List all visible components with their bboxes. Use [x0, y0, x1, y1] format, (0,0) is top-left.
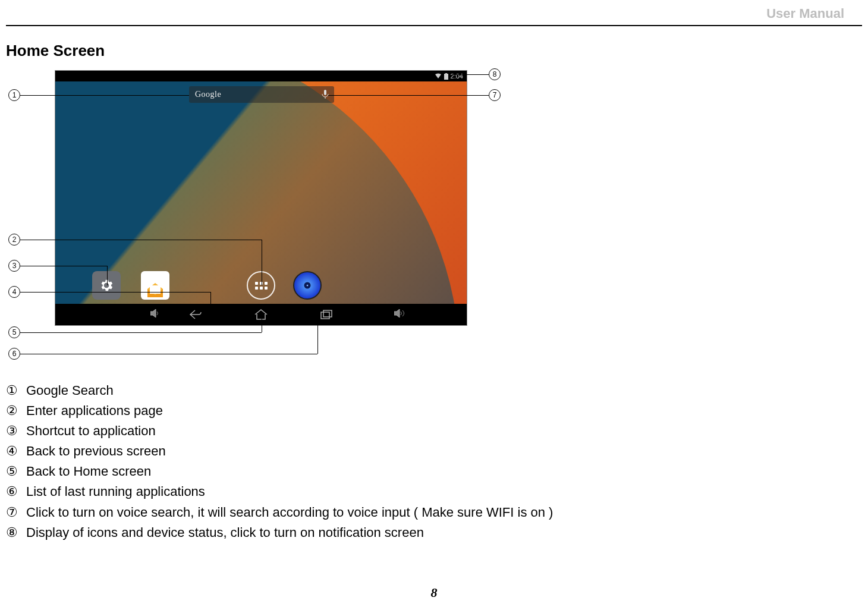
back-button[interactable] — [185, 309, 206, 320]
svg-rect-0 — [444, 74, 448, 80]
status-bar[interactable]: 2:04 — [55, 71, 467, 81]
recent-apps-button[interactable] — [316, 310, 337, 319]
all-apps-button[interactable] — [247, 271, 275, 300]
leader-line — [107, 266, 108, 285]
svg-rect-2 — [324, 90, 326, 95]
callout-7: 7 — [489, 89, 501, 101]
legend-item: ①Google Search — [6, 381, 553, 401]
legend-item: ⑤Back to Home screen — [6, 461, 553, 482]
leader-line — [262, 240, 262, 285]
voice-search-icon[interactable] — [316, 90, 334, 99]
volume-up-icon[interactable] — [394, 309, 407, 320]
leader-line — [20, 266, 107, 266]
header-label: User Manual — [766, 6, 844, 21]
legend-item: ③Shortcut to application — [6, 421, 553, 441]
callout-8: 8 — [489, 68, 501, 80]
legend-item: ⑧Display of icons and device status, cli… — [6, 523, 553, 543]
leader-line — [20, 332, 262, 333]
page-number: 8 — [0, 585, 868, 600]
callout-2: 2 — [8, 234, 20, 246]
leader-line — [20, 240, 262, 240]
leader-line — [452, 74, 489, 75]
google-logo-text: Google — [189, 90, 221, 99]
legend-list: ①Google Search ②Enter applications page … — [6, 381, 553, 543]
svg-rect-10 — [321, 312, 329, 319]
svg-marker-9 — [150, 309, 156, 317]
system-nav-bar — [55, 304, 467, 325]
battery-icon — [444, 73, 448, 80]
section-title: Home Screen — [6, 42, 105, 60]
callout-5: 5 — [8, 326, 20, 338]
music-app-icon[interactable] — [293, 271, 322, 300]
legend-item: ②Enter applications page — [6, 401, 553, 421]
home-dock — [55, 267, 467, 304]
legend-item: ④Back to previous screen — [6, 441, 553, 461]
svg-marker-12 — [394, 309, 400, 317]
svg-rect-11 — [323, 310, 332, 317]
header-divider — [6, 25, 862, 26]
volume-down-icon[interactable] — [150, 309, 161, 320]
callout-1: 1 — [8, 89, 20, 101]
callout-3: 3 — [8, 260, 20, 272]
status-time: 2:04 — [451, 73, 463, 80]
leader-line — [20, 95, 189, 96]
legend-item: ⑥List of last running applications — [6, 482, 553, 502]
apps-grid-icon — [255, 282, 268, 290]
leader-line — [20, 292, 210, 293]
google-search-bar[interactable]: Google — [189, 86, 334, 103]
svg-point-8 — [307, 285, 309, 287]
svg-rect-1 — [445, 73, 447, 74]
legend-item: ⑦Click to turn on voice search, it will … — [6, 502, 553, 523]
settings-app-icon[interactable] — [92, 271, 121, 300]
leader-line — [20, 354, 317, 354]
leader-line — [328, 95, 489, 96]
leader-line — [210, 292, 211, 316]
leader-line — [262, 318, 262, 332]
callout-6: 6 — [8, 348, 20, 360]
leader-line — [317, 318, 318, 354]
device-screenshot: 2:04 Google — [55, 70, 467, 326]
home-button[interactable] — [250, 309, 272, 320]
wifi-icon — [435, 73, 442, 79]
email-app-icon[interactable] — [141, 271, 169, 300]
callout-4: 4 — [8, 286, 20, 298]
